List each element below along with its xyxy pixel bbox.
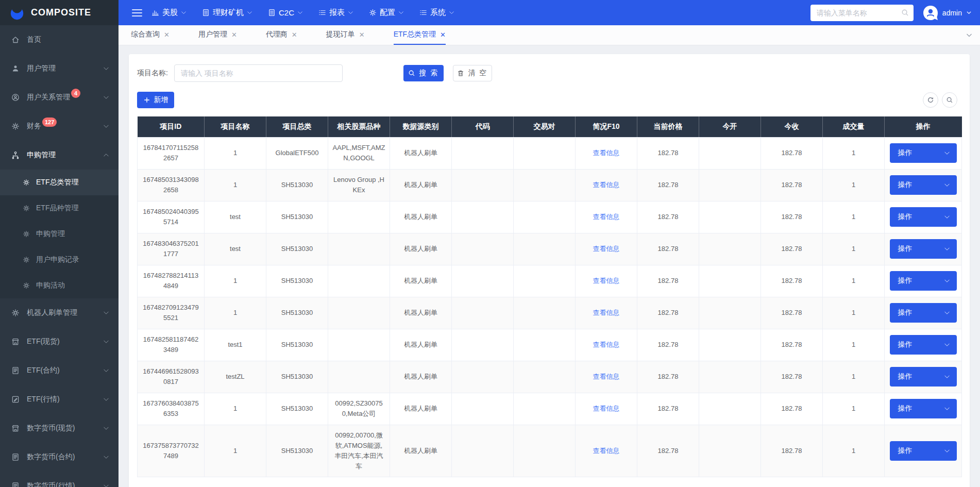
- view-info-link[interactable]: 查看信息: [593, 149, 620, 157]
- top-menu-label: 系统: [430, 8, 446, 18]
- sidebar-item-label: 用户关系管理: [27, 93, 70, 102]
- sidebar-item-label: 财务: [27, 122, 41, 131]
- cell-trade-pair: [514, 201, 576, 233]
- sidebar-item-5[interactable]: 机器人刷单管理: [0, 298, 119, 327]
- cell-trade-pair: [514, 265, 576, 297]
- shop-icon: [11, 424, 20, 432]
- add-button[interactable]: 新增: [137, 92, 174, 108]
- refresh-button[interactable]: [923, 92, 938, 108]
- column-header: 简况F10: [576, 116, 637, 137]
- cell-project-category: GlobalETF500: [266, 137, 328, 169]
- row-action-button[interactable]: 操作: [890, 271, 957, 291]
- sidebar-item-7[interactable]: ETF(合约): [0, 356, 119, 385]
- chevron-down-icon: [944, 406, 950, 412]
- sidebar-item-10[interactable]: 数字货币(合约): [0, 443, 119, 472]
- cell-close: 182.78: [761, 361, 823, 393]
- top-menu-item-2[interactable]: C2C: [268, 8, 303, 17]
- cell-data-source: 机器人刷单: [390, 137, 452, 169]
- top-menu-item-4[interactable]: 配置: [369, 8, 404, 18]
- tab-0[interactable]: 综合查询✕: [131, 25, 170, 45]
- submenu-item-4[interactable]: 申购活动: [0, 273, 119, 298]
- tab-1[interactable]: 用户管理✕: [198, 25, 237, 45]
- cell-close: 182.78: [761, 425, 823, 477]
- sidebar-item-6[interactable]: ETF(现货): [0, 327, 119, 356]
- cell-open: [699, 393, 761, 425]
- project-name-input[interactable]: [174, 64, 343, 82]
- action-label: 操作: [898, 212, 913, 222]
- submenu-item-0[interactable]: ETF总类管理: [0, 170, 119, 195]
- row-action-button[interactable]: 操作: [890, 441, 957, 461]
- submenu-item-1[interactable]: ETF品种管理: [0, 195, 119, 221]
- tab-3[interactable]: 提现订单✕: [326, 25, 365, 45]
- row-action-button[interactable]: 操作: [890, 367, 957, 387]
- sidebar-item-0[interactable]: 首页: [0, 25, 119, 54]
- view-info-link[interactable]: 查看信息: [593, 405, 620, 412]
- column-search-button[interactable]: [942, 92, 957, 108]
- clear-button[interactable]: 清 空: [453, 65, 492, 81]
- cell-trade-pair: [514, 297, 576, 329]
- top-menu-item-3[interactable]: 报表: [318, 8, 353, 18]
- sidebar-item-3[interactable]: 财务127: [0, 112, 119, 141]
- submenu: ETF总类管理ETF品种管理申购管理用户申购记录申购活动: [0, 170, 119, 298]
- brand-logo-area[interactable]: COMPOSITE: [0, 0, 119, 25]
- view-info-link[interactable]: 查看信息: [593, 309, 620, 316]
- gear-icon: [11, 122, 20, 130]
- sql-doc-icon: [11, 482, 20, 487]
- chevron-down-icon: [297, 10, 303, 15]
- top-menu-item-0[interactable]: 美股: [151, 8, 187, 18]
- tab-close-icon[interactable]: ✕: [292, 31, 297, 38]
- sidebar-item-11[interactable]: 数字货币(行情): [0, 472, 119, 487]
- view-info-link[interactable]: 查看信息: [593, 277, 620, 284]
- row-action-button[interactable]: 操作: [890, 143, 957, 163]
- chevron-down-icon: [944, 214, 950, 220]
- submenu-item-3[interactable]: 用户申购记录: [0, 247, 119, 273]
- search-button[interactable]: 搜 索: [403, 65, 444, 81]
- sidebar-item-8[interactable]: ETF(行情): [0, 385, 119, 414]
- tab-label: 综合查询: [131, 30, 160, 39]
- row-action-button[interactable]: 操作: [890, 207, 957, 227]
- tab-4[interactable]: ETF总类管理✕: [394, 25, 446, 45]
- tab-close-icon[interactable]: ✕: [231, 31, 237, 38]
- username: admin: [942, 9, 962, 17]
- cell-volume: 1: [823, 169, 885, 201]
- cell-project-id: 1674830463752011777: [138, 233, 205, 265]
- tabbar-chevron-down-icon[interactable]: [966, 31, 973, 39]
- view-info-link[interactable]: 查看信息: [593, 181, 620, 189]
- row-action-button[interactable]: 操作: [890, 239, 957, 259]
- tab-close-icon[interactable]: ✕: [164, 31, 170, 38]
- view-info-link[interactable]: 查看信息: [593, 373, 620, 380]
- tab-close-icon[interactable]: ✕: [359, 31, 365, 38]
- sidebar-item-4[interactable]: 申购管理: [0, 141, 119, 170]
- cell-related-stocks: Lenovo Group ,HKEx: [328, 169, 390, 201]
- row-action-button[interactable]: 操作: [890, 175, 957, 195]
- tab-close-icon[interactable]: ✕: [440, 31, 446, 38]
- cell-project-category: SH513030: [266, 329, 328, 361]
- top-menu-item-5[interactable]: 系统: [419, 8, 454, 18]
- sidebar-item-1[interactable]: 用户管理: [0, 54, 119, 83]
- top-menu-item-1[interactable]: 理财矿机: [202, 8, 252, 18]
- view-info-link[interactable]: 查看信息: [593, 245, 620, 253]
- row-action-button[interactable]: 操作: [890, 399, 957, 418]
- sidebar-item-9[interactable]: 数字货币(现货): [0, 414, 119, 443]
- menu-search-input[interactable]: [810, 5, 914, 21]
- sidebar-item-2[interactable]: 用户关系管理4: [0, 83, 119, 112]
- hamburger-menu-icon[interactable]: [132, 9, 142, 16]
- cell-related-stocks: 00992,00700,微软,ATMOS能源,丰田汽车,本田汽车: [328, 425, 390, 477]
- view-info-link[interactable]: 查看信息: [593, 447, 620, 455]
- cell-current-price: 182.78: [637, 169, 699, 201]
- view-info-link[interactable]: 查看信息: [593, 341, 620, 348]
- view-info-link[interactable]: 查看信息: [593, 213, 620, 221]
- sidebar: COMPOSITE 首页用户管理用户关系管理4财务127申购管理ETF总类管理E…: [0, 0, 119, 487]
- cell-code: [452, 329, 514, 361]
- user-circle-icon: [11, 93, 20, 102]
- submenu-item-2[interactable]: 申购管理: [0, 221, 119, 247]
- row-action-button[interactable]: 操作: [890, 303, 957, 323]
- row-action-button[interactable]: 操作: [890, 335, 957, 355]
- chevron-down-icon: [449, 10, 454, 15]
- submenu-item-label: 申购活动: [36, 281, 65, 290]
- column-header: 操作: [885, 116, 962, 137]
- tab-2[interactable]: 代理商✕: [266, 25, 297, 45]
- tab-label: 提现订单: [326, 30, 355, 39]
- user-menu[interactable]: admin: [923, 5, 972, 21]
- cell-trade-pair: [514, 137, 576, 169]
